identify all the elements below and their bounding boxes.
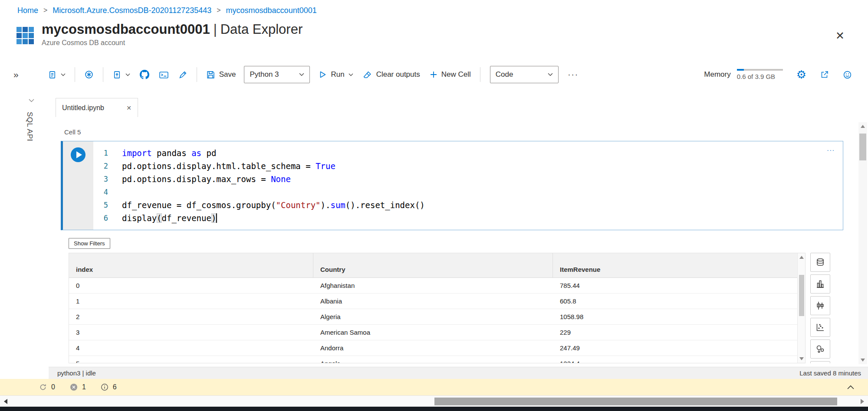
scroll-down-icon[interactable] <box>798 357 805 363</box>
breadcrumb-resource-group-link[interactable]: Microsoft.Azure.CosmosDB-20201127235443 <box>53 6 211 15</box>
memory-bar <box>737 69 783 71</box>
code-text: display(df_revenue) <box>122 212 217 225</box>
cell-label: Cell 5 <box>64 128 868 136</box>
upload-view-button[interactable] <box>810 361 830 363</box>
breadcrumb-account-link[interactable]: mycosmosdbaccount0001 <box>226 6 317 15</box>
chevron-down-icon <box>548 73 553 76</box>
bar-chart-view-button[interactable] <box>810 274 830 294</box>
table-cell-index: 1 <box>69 297 313 305</box>
info-group[interactable]: 6 <box>101 383 117 391</box>
scroll-right-icon[interactable] <box>857 396 868 407</box>
code-line: 5 df_revenue = df_cosmos.groupby("Countr… <box>93 199 843 212</box>
run-label: Run <box>331 70 344 79</box>
plus-icon <box>430 71 437 78</box>
code-token: pd.options.display.html.table_schema = <box>122 161 316 171</box>
blade-name: Data Explorer <box>220 22 303 37</box>
publish-button[interactable] <box>174 68 191 82</box>
save-button[interactable]: Save <box>202 68 240 82</box>
code-text: pd.options.display.html.table_schema = T… <box>122 160 335 173</box>
chevron-up-icon[interactable] <box>847 385 854 389</box>
scroll-left-icon[interactable] <box>0 396 11 407</box>
new-cell-button[interactable]: New Cell <box>426 68 475 82</box>
notebook-scrollbar-thumb[interactable] <box>859 134 866 160</box>
notebook-pane: Untitled.ipynb ✕ Cell 5 1 import pandas … <box>49 89 868 379</box>
tab-untitled-notebook[interactable]: Untitled.ipynb ✕ <box>56 98 138 117</box>
terminal-button[interactable] <box>155 68 173 82</box>
upload-notebook-button[interactable] <box>108 68 134 82</box>
table-cell-itemrevenue: 229 <box>553 329 805 336</box>
bar-chart-icon <box>815 279 825 289</box>
table-cell-index: 5 <box>69 360 313 363</box>
in-progress-group[interactable]: 0 <box>39 383 55 391</box>
database-icon <box>815 257 825 267</box>
horizontal-scrollbar-thumb[interactable] <box>434 398 837 405</box>
account-name: mycosmosdbaccount0001 <box>42 22 210 37</box>
code-editor[interactable]: 1 import pandas as pd 2 pd.options.displ… <box>93 141 843 230</box>
error-group[interactable]: 1 <box>70 383 86 391</box>
code-line: 6 display(df_revenue) <box>93 212 843 225</box>
settings-button[interactable]: ⚙ <box>792 66 810 83</box>
cell-type-value: Code <box>496 70 513 79</box>
table-cell-itemrevenue: 605.8 <box>553 297 805 305</box>
table-row[interactable]: 1 Albania 605.8 <box>69 294 805 309</box>
scroll-up-icon[interactable] <box>858 125 867 128</box>
new-cell-label: New Cell <box>441 70 471 79</box>
cell-more-button[interactable]: ... <box>827 145 835 152</box>
scatter-plot-icon <box>815 322 825 333</box>
github-button[interactable] <box>136 67 153 82</box>
run-button[interactable]: Run <box>314 68 357 82</box>
chevron-down-icon <box>349 73 353 76</box>
code-cell[interactable]: 1 import pandas as pd 2 pd.options.displ… <box>61 141 843 230</box>
scatter-plot-view-button[interactable] <box>810 318 830 337</box>
close-blade-button[interactable]: ✕ <box>835 30 845 41</box>
memory-indicator: Memory 0.6 of 3.9 GB <box>704 69 783 80</box>
cell-type-select[interactable]: Code <box>490 66 559 83</box>
horizontal-scrollbar[interactable] <box>0 395 868 407</box>
breadcrumb: Home > Microsoft.Azure.CosmosDB-20201127… <box>0 0 868 21</box>
breadcrumb-home-link[interactable]: Home <box>17 6 38 15</box>
code-token: import <box>122 148 152 158</box>
table-row[interactable]: 5 Angola 1234.4 <box>69 356 805 363</box>
page-header: mycosmosdbaccount0001|Data Explorer Azur… <box>0 21 868 60</box>
open-in-new-button[interactable] <box>816 68 833 82</box>
table-scrollbar-thumb[interactable] <box>799 275 804 316</box>
column-header-country[interactable]: Country <box>313 253 553 277</box>
page-subtitle: Azure Cosmos DB account <box>42 39 302 47</box>
table-row[interactable]: 0 Afghanistan 785.44 <box>69 278 805 294</box>
table-cell-country: Albania <box>313 297 553 305</box>
column-header-index[interactable]: index <box>69 253 313 277</box>
more-commands-button[interactable]: ... <box>563 68 584 81</box>
scroll-down-icon[interactable] <box>858 359 867 364</box>
status-bar: python3 | idle Last saved 8 minutes <box>49 367 868 379</box>
play-icon <box>76 151 82 158</box>
code-line: 2 pd.options.display.html.table_schema =… <box>93 160 843 173</box>
clear-outputs-button[interactable]: Clear outputs <box>359 68 424 82</box>
table-row[interactable]: 3 American Samoa 229 <box>69 325 805 340</box>
scroll-up-icon[interactable] <box>798 256 805 259</box>
feedback-button[interactable] <box>839 68 856 82</box>
gallery-button[interactable] <box>80 67 98 82</box>
line-number: 2 <box>93 160 122 173</box>
column-header-itemrevenue[interactable]: ItemRevenue <box>553 253 805 277</box>
rail-chevron-down-icon[interactable] <box>29 99 34 102</box>
database-view-button[interactable] <box>810 253 830 272</box>
chart-toolbar <box>810 253 830 363</box>
show-filters-button[interactable]: Show Filters <box>69 238 110 249</box>
run-cell-button[interactable] <box>71 147 85 162</box>
box-plot-view-button[interactable] <box>810 296 830 315</box>
bubble-chart-icon <box>815 344 825 354</box>
bubble-chart-view-button[interactable] <box>810 339 830 359</box>
tab-close-icon[interactable]: ✕ <box>126 104 132 111</box>
notebook-scrollbar[interactable] <box>858 122 867 364</box>
line-number: 5 <box>93 199 122 212</box>
code-token: sum <box>330 200 345 210</box>
table-scrollbar[interactable] <box>797 253 805 363</box>
table-row[interactable]: 4 Andorra 247.49 <box>69 340 805 356</box>
code-text: df_revenue = df_cosmos.groupby("Country"… <box>122 199 425 212</box>
sql-api-tab[interactable]: SQL API <box>25 112 34 141</box>
new-notebook-button[interactable] <box>44 68 69 82</box>
expand-panel-button[interactable]: » <box>11 68 21 82</box>
code-token: "Country" <box>276 200 321 210</box>
table-row[interactable]: 2 Algeria 1058.98 <box>69 309 805 325</box>
kernel-select[interactable]: Python 3 <box>244 66 310 83</box>
